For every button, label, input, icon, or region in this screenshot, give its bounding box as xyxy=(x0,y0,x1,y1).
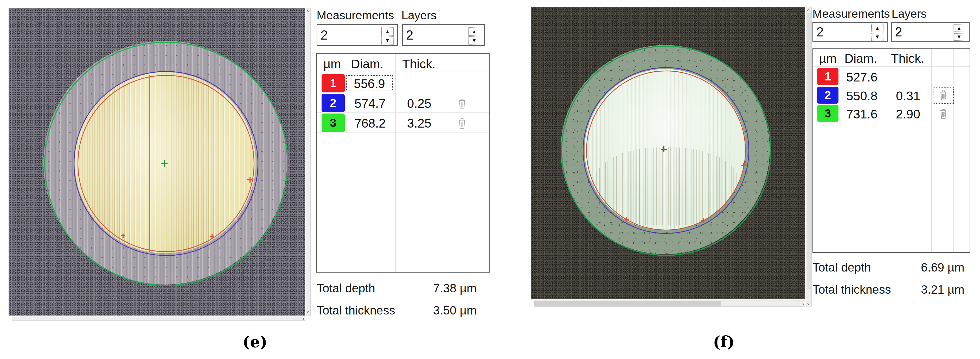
diam-cell[interactable]: 527.6 xyxy=(839,70,885,85)
total-thickness-label: Total thickness xyxy=(317,303,395,318)
row-separator xyxy=(813,66,970,67)
layers-label: Layers xyxy=(891,7,927,21)
thick-cell[interactable]: 0.25 xyxy=(395,96,443,111)
column-separator xyxy=(953,49,954,252)
panel-splitter xyxy=(310,8,311,338)
scroll-down-icon[interactable]: ˅ xyxy=(307,310,309,314)
diam-cell[interactable]: 550.8 xyxy=(839,89,885,103)
total-depth-value: 7.38 µm xyxy=(414,281,477,295)
spin-down-button[interactable]: ▼ xyxy=(871,33,883,41)
layers-spinner[interactable]: 2 ▲ ▼ xyxy=(402,24,485,46)
layer-row-chip[interactable]: 2 xyxy=(817,87,838,104)
column-header-unit: µm xyxy=(323,57,341,71)
layers-table: µm Diam. Thick. 1 556.9 2 574.7 0.25 3 7… xyxy=(317,53,490,273)
center-cross-marker xyxy=(661,146,667,152)
up-arrow-icon: ▲ xyxy=(472,29,477,34)
horizontal-scrollbar[interactable]: › xyxy=(12,317,305,321)
measurements-spinner[interactable]: 2 ▲ ▼ xyxy=(813,22,888,42)
measurements-spinner[interactable]: 2 ▲ ▼ xyxy=(317,24,398,46)
total-thickness-value: 3.50 µm xyxy=(414,303,477,318)
spin-up-button[interactable]: ▲ xyxy=(953,24,965,32)
row-separator xyxy=(317,93,489,93)
vertical-scrollbar[interactable]: ˄ ˅ xyxy=(306,8,310,316)
up-arrow-icon: ▲ xyxy=(875,25,880,31)
trash-icon xyxy=(939,89,948,102)
measurements-value[interactable]: 2 xyxy=(320,27,328,43)
layers-label: Layers xyxy=(401,9,436,22)
trash-icon xyxy=(939,107,948,120)
scroll-up-icon[interactable]: ˄ xyxy=(307,9,309,14)
layer-row-chip[interactable]: 3 xyxy=(321,113,345,132)
spin-up-button[interactable]: ▲ xyxy=(468,27,480,36)
row-separator xyxy=(317,132,489,133)
spin-down-button[interactable]: ▼ xyxy=(953,33,965,41)
red-measure-point xyxy=(247,177,253,183)
up-arrow-icon: ▲ xyxy=(956,25,962,31)
layers-value[interactable]: 2 xyxy=(406,27,414,43)
column-separator xyxy=(345,54,345,272)
subfigure-caption-e: (e) xyxy=(229,333,281,351)
layer-row-chip[interactable]: 2 xyxy=(321,94,345,112)
down-arrow-icon: ▼ xyxy=(875,34,880,40)
layer-row-chip[interactable]: 1 xyxy=(817,68,838,85)
row-separator xyxy=(317,112,489,113)
diam-cell[interactable]: 556.9 xyxy=(346,77,393,91)
down-arrow-icon: ▼ xyxy=(385,37,390,43)
total-depth-value: 6.69 µm xyxy=(900,260,964,274)
column-separator xyxy=(931,49,932,252)
diam-cell[interactable]: 574.7 xyxy=(345,96,395,111)
spin-down-button[interactable]: ▼ xyxy=(468,36,480,45)
spin-up-button[interactable]: ▲ xyxy=(381,27,394,36)
row-separator xyxy=(813,85,970,85)
scroll-down-icon[interactable]: ˅ xyxy=(807,302,810,306)
delete-row-button[interactable] xyxy=(939,107,948,121)
trash-icon xyxy=(457,117,467,130)
thick-cell[interactable]: 2.90 xyxy=(885,107,931,121)
horizontal-scrollbar[interactable]: › xyxy=(534,300,805,307)
spin-down-button[interactable]: ▼ xyxy=(381,36,394,45)
subfigure-caption-f: (f) xyxy=(698,333,750,351)
calotest-measurement-screenshot: ˄ ˅ › Measurements Layers 2 ▲ ▼ 2 ▲ ▼ µm… xyxy=(0,0,980,359)
column-header-diam: Diam. xyxy=(845,51,877,65)
delete-row-button[interactable] xyxy=(939,89,948,102)
micrograph-viewport-e[interactable] xyxy=(9,8,305,316)
layer-row-chip[interactable]: 1 xyxy=(321,74,345,93)
scrollbar-thumb[interactable] xyxy=(535,301,721,306)
total-thickness-label: Total thickness xyxy=(813,282,891,297)
layers-value[interactable]: 2 xyxy=(895,24,902,40)
thick-cell[interactable]: 3.25 xyxy=(395,116,443,131)
trash-icon xyxy=(457,97,467,110)
column-header-thick: Thick. xyxy=(402,57,436,71)
total-depth-label: Total depth xyxy=(317,281,375,295)
delete-row-button[interactable] xyxy=(457,117,467,131)
layer-row-chip[interactable]: 3 xyxy=(817,105,838,122)
total-thickness-value: 3.21 µm xyxy=(900,282,964,297)
scroll-right-icon[interactable]: › xyxy=(303,317,304,321)
column-header-thick: Thick. xyxy=(891,51,924,65)
row-separator xyxy=(813,122,970,122)
layers-table: µm Diam. Thick. 1 527.6 2 550.8 0.31 3 7… xyxy=(813,48,970,253)
total-depth-label: Total depth xyxy=(813,260,871,274)
delete-row-button[interactable] xyxy=(457,97,467,112)
row-separator xyxy=(317,72,489,72)
down-arrow-icon: ▼ xyxy=(472,37,477,43)
center-cross-marker xyxy=(161,160,167,167)
measurements-label: Measurements xyxy=(317,9,394,22)
column-separator xyxy=(395,54,396,272)
layers-spinner[interactable]: 2 ▲ ▼ xyxy=(891,22,970,42)
diam-cell[interactable]: 768.2 xyxy=(345,116,395,131)
column-header-unit: µm xyxy=(819,51,837,65)
spin-up-button[interactable]: ▲ xyxy=(871,24,883,32)
micrograph-viewport-f[interactable] xyxy=(531,7,805,299)
vertical-scrollbar[interactable]: ˄ ˅ xyxy=(806,7,812,307)
down-arrow-icon: ▼ xyxy=(956,34,962,40)
scroll-right-icon[interactable]: › xyxy=(803,301,804,306)
scroll-up-icon[interactable]: ˄ xyxy=(807,8,810,12)
scrollbar-thumb[interactable] xyxy=(807,13,811,289)
red-measure-point xyxy=(121,233,125,238)
diam-cell[interactable]: 731.6 xyxy=(839,107,885,121)
thick-cell[interactable]: 0.31 xyxy=(885,89,931,103)
column-header-diam: Diam. xyxy=(351,57,383,71)
measurements-value[interactable]: 2 xyxy=(816,24,824,40)
red-measure-point xyxy=(210,234,214,238)
